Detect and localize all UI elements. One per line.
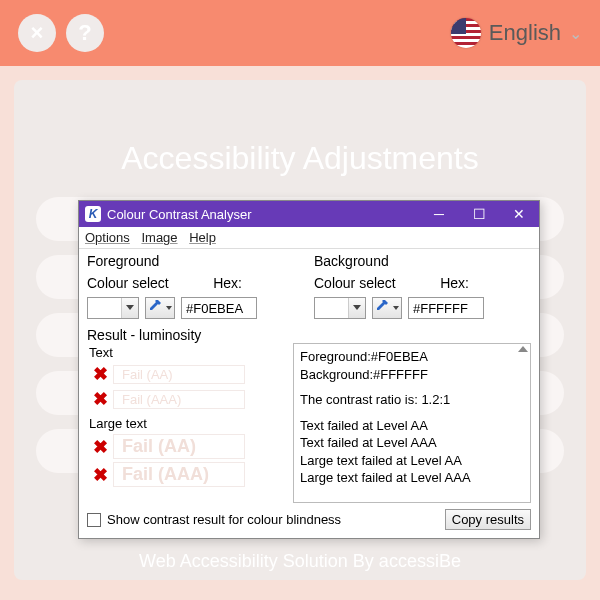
menu-help[interactable]: Help bbox=[189, 230, 216, 245]
menu-image[interactable]: Image bbox=[141, 230, 177, 245]
close-icon: × bbox=[31, 20, 44, 46]
window-titlebar[interactable]: K Colour Contrast Analyser ─ ☐ ✕ bbox=[79, 201, 539, 227]
language-selector[interactable]: English ⌄ bbox=[451, 18, 582, 48]
foreground-group: Foreground bbox=[87, 253, 304, 269]
bg-hex-input[interactable] bbox=[408, 297, 484, 319]
maximize-button[interactable]: ☐ bbox=[459, 201, 499, 227]
minimize-button[interactable]: ─ bbox=[419, 201, 459, 227]
results-line: Foreground:#F0EBEA bbox=[300, 348, 524, 366]
window-title: Colour Contrast Analyser bbox=[107, 207, 419, 222]
fail-icon: ✖ bbox=[91, 436, 109, 458]
results-textarea[interactable]: Foreground:#F0EBEA Background:#FFFFFF Th… bbox=[293, 343, 531, 503]
large-aaa-result: Fail (AAA) bbox=[113, 462, 245, 487]
chevron-down-icon: ⌄ bbox=[569, 24, 582, 43]
close-button[interactable]: × bbox=[18, 14, 56, 52]
results-line: Text failed at Level AA bbox=[300, 417, 524, 435]
us-flag-icon bbox=[451, 18, 481, 48]
text-subhead: Text bbox=[87, 345, 287, 360]
bg-select-label: Colour select bbox=[314, 275, 396, 291]
cca-window: K Colour Contrast Analyser ─ ☐ ✕ Options… bbox=[78, 200, 540, 539]
page-title: Accessibility Adjustments bbox=[14, 140, 586, 177]
eyedropper-icon bbox=[375, 300, 389, 314]
eyedropper-icon bbox=[148, 300, 162, 314]
bg-colour-dropdown[interactable] bbox=[314, 297, 366, 319]
fg-hex-input[interactable] bbox=[181, 297, 257, 319]
results-line: Large text failed at Level AAA bbox=[300, 469, 524, 487]
results-line: Text failed at Level AAA bbox=[300, 434, 524, 452]
results-line: Background:#FFFFFF bbox=[300, 366, 524, 384]
app-logo-icon: K bbox=[85, 206, 101, 222]
fg-hex-label: Hex: bbox=[213, 275, 242, 291]
fail-icon: ✖ bbox=[91, 464, 109, 486]
close-window-button[interactable]: ✕ bbox=[499, 201, 539, 227]
menu-bar: Options Image Help bbox=[79, 227, 539, 249]
fail-icon: ✖ bbox=[91, 388, 109, 410]
fg-select-label: Colour select bbox=[87, 275, 169, 291]
colour-blind-label: Show contrast result for colour blindnes… bbox=[107, 512, 341, 527]
panel-footer: Web Accessibility Solution By accessiBe bbox=[14, 551, 586, 572]
fail-icon: ✖ bbox=[91, 363, 109, 385]
bg-eyedropper-button[interactable] bbox=[372, 297, 402, 319]
copy-results-button[interactable]: Copy results bbox=[445, 509, 531, 530]
results-line: The contrast ratio is: 1.2:1 bbox=[300, 391, 524, 409]
results-line: Large text failed at Level AA bbox=[300, 452, 524, 470]
menu-options[interactable]: Options bbox=[85, 230, 130, 245]
fg-eyedropper-button[interactable] bbox=[145, 297, 175, 319]
language-label: English bbox=[489, 20, 561, 46]
large-text-subhead: Large text bbox=[87, 416, 287, 431]
fg-colour-dropdown[interactable] bbox=[87, 297, 139, 319]
help-icon: ? bbox=[78, 20, 91, 46]
large-aa-result: Fail (AA) bbox=[113, 434, 245, 459]
colour-blind-checkbox[interactable] bbox=[87, 513, 101, 527]
background-group: Background bbox=[314, 253, 531, 269]
scroll-up-icon[interactable] bbox=[518, 346, 528, 352]
result-title: Result - luminosity bbox=[87, 327, 531, 343]
text-aaa-result: Fail (AAA) bbox=[113, 390, 245, 409]
help-button[interactable]: ? bbox=[66, 14, 104, 52]
bg-hex-label: Hex: bbox=[440, 275, 469, 291]
text-aa-result: Fail (AA) bbox=[113, 365, 245, 384]
